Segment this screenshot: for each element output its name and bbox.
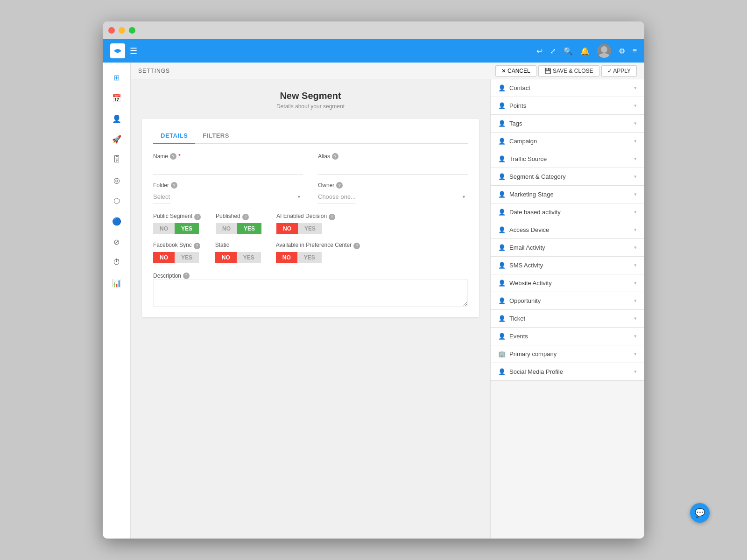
- public-segment-yes[interactable]: YES: [175, 223, 199, 234]
- maximize-button[interactable]: [129, 27, 135, 34]
- tabs: DETAILS FILTERS: [153, 128, 468, 144]
- sidebar-item-reports[interactable]: 📊: [106, 273, 127, 292]
- filter-points[interactable]: 👤 Points ▾: [491, 97, 644, 115]
- available-pref-toggle: NO YES: [276, 252, 360, 263]
- filter-traffic-source[interactable]: 👤 Traffic Source ▾: [491, 150, 644, 168]
- published-label-group: Published ?: [216, 213, 261, 221]
- tab-details[interactable]: DETAILS: [153, 128, 195, 144]
- filter-sms-activity[interactable]: 👤 SMS Activity ▾: [491, 257, 644, 274]
- alias-input[interactable]: [318, 161, 468, 175]
- ai-enabled-col: AI Enabled Decision ? NO YES: [276, 213, 335, 234]
- facebook-sync-no[interactable]: NO: [153, 252, 175, 263]
- menu-icon[interactable]: ≡: [633, 47, 637, 55]
- marketing-stage-chevron-icon: ▾: [634, 191, 637, 197]
- form-card: DETAILS FILTERS Name ? *: [142, 119, 479, 317]
- search-icon[interactable]: 🔍: [564, 47, 573, 56]
- filter-contact-label: Contact: [509, 84, 530, 91]
- static-yes[interactable]: YES: [237, 252, 261, 263]
- filter-website-activity[interactable]: 👤 Website Activity ▾: [491, 274, 644, 292]
- static-label: Static: [215, 242, 229, 248]
- filter-date-based-activity-label: Date based activity: [509, 209, 561, 216]
- published-no[interactable]: NO: [216, 223, 237, 234]
- filter-tags[interactable]: 👤 Tags ▾: [491, 115, 644, 133]
- name-required: *: [178, 153, 181, 160]
- public-segment-toggle: NO YES: [153, 223, 201, 234]
- ai-enabled-info-icon: ?: [329, 214, 335, 220]
- traffic-source-icon: 👤: [498, 155, 506, 162]
- svg-point-1: [599, 53, 610, 58]
- apply-button[interactable]: ✓ APPLY: [601, 65, 637, 77]
- filter-traffic-source-label: Traffic Source: [509, 155, 547, 162]
- save-close-button[interactable]: 💾 SAVE & CLOSE: [538, 65, 599, 77]
- sidebar-item-integrations[interactable]: ⬡: [106, 191, 127, 210]
- campaign-icon: 👤: [498, 138, 506, 145]
- filter-segment-category[interactable]: 👤 Segment & Category ▾: [491, 168, 644, 186]
- settings-icon[interactable]: ⚙: [619, 47, 625, 56]
- opportunity-icon: 👤: [498, 297, 506, 304]
- tab-filters[interactable]: FILTERS: [195, 128, 237, 144]
- filter-opportunity[interactable]: 👤 Opportunity ▾: [491, 292, 644, 310]
- static-no[interactable]: NO: [215, 252, 237, 263]
- main-content: SETTINGS ✕ CANCEL 💾 SAVE & CLOSE ✓ APPLY…: [131, 63, 644, 539]
- minimize-button[interactable]: [119, 27, 125, 34]
- segment-category-chevron-icon: ▾: [634, 174, 637, 180]
- ai-enabled-yes[interactable]: YES: [298, 223, 322, 234]
- filter-events[interactable]: 👤 Events ▾: [491, 328, 644, 345]
- public-segment-label: Public Segment: [153, 213, 192, 219]
- available-pref-yes[interactable]: YES: [297, 252, 322, 263]
- ai-enabled-no[interactable]: NO: [276, 223, 298, 234]
- filter-date-based-activity[interactable]: 👤 Date based activity ▾: [491, 203, 644, 221]
- public-segment-label-group: Public Segment ?: [153, 213, 201, 221]
- expand-icon[interactable]: ⤢: [550, 47, 556, 56]
- filter-contact[interactable]: 👤 Contact ▾: [491, 79, 644, 97]
- back-icon[interactable]: ↩: [536, 47, 543, 56]
- sidebar-item-analytics[interactable]: ◎: [106, 171, 127, 189]
- avatar[interactable]: [597, 44, 611, 58]
- folder-group: Folder ? Select: [153, 182, 303, 203]
- topbar-right: ↩ ⤢ 🔍 🔔 ⚙ ≡: [536, 44, 637, 58]
- primary-company-icon: 🏢: [498, 350, 506, 357]
- facebook-sync-yes[interactable]: YES: [175, 252, 199, 263]
- cancel-button[interactable]: ✕ CANCEL: [495, 65, 536, 77]
- app-window: ☰ ↩ ⤢ 🔍 🔔 ⚙ ≡ ⊞ 📅 👤 🚀 🗄 ◎ ⬡ 🔵 ⊘ ⏱ 📊: [103, 21, 644, 539]
- name-input[interactable]: [153, 161, 303, 175]
- owner-select-wrapper: Choose one...: [318, 190, 468, 203]
- access-device-chevron-icon: ▾: [634, 227, 637, 233]
- filter-ticket[interactable]: 👤 Ticket ▾: [491, 310, 644, 328]
- sidebar-item-segments[interactable]: 🗄: [106, 150, 127, 169]
- description-textarea[interactable]: [153, 279, 468, 307]
- sidebar-item-focus[interactable]: ⊘: [106, 232, 127, 251]
- events-icon: 👤: [498, 333, 506, 340]
- owner-select[interactable]: Choose one...: [318, 190, 356, 203]
- hamburger-icon[interactable]: ☰: [130, 46, 137, 56]
- filter-social-media[interactable]: 👤 Social Media Profile ▾: [491, 363, 644, 381]
- content-area: ⊞ 📅 👤 🚀 🗄 ◎ ⬡ 🔵 ⊘ ⏱ 📊 SETTINGS ✕ CANCEL …: [103, 63, 644, 539]
- sidebar: ⊞ 📅 👤 🚀 🗄 ◎ ⬡ 🔵 ⊘ ⏱ 📊: [103, 63, 131, 539]
- available-pref-no[interactable]: NO: [276, 252, 297, 263]
- folder-select[interactable]: Select: [153, 190, 170, 203]
- filter-primary-company[interactable]: 🏢 Primary company ▾: [491, 345, 644, 363]
- filter-campaign[interactable]: 👤 Campaign ▾: [491, 133, 644, 150]
- sidebar-item-contacts[interactable]: 👤: [106, 109, 127, 128]
- bell-icon[interactable]: 🔔: [580, 47, 590, 56]
- form-area: New Segment Details about your segment D…: [131, 79, 490, 539]
- sidebar-item-apps[interactable]: 🔵: [106, 212, 127, 231]
- website-activity-icon: 👤: [498, 280, 506, 287]
- published-yes[interactable]: YES: [237, 223, 261, 234]
- traffic-source-chevron-icon: ▾: [634, 156, 637, 162]
- chat-button[interactable]: 💬: [690, 503, 710, 523]
- filter-marketing-stage[interactable]: 👤 Marketing Stage ▾: [491, 186, 644, 203]
- public-segment-no[interactable]: NO: [153, 223, 175, 234]
- name-info-icon: ?: [170, 153, 176, 160]
- description-info-icon: ?: [183, 273, 190, 279]
- filter-access-device[interactable]: 👤 Access Device ▾: [491, 221, 644, 239]
- sidebar-item-dashboard[interactable]: ⊞: [106, 68, 127, 87]
- close-button[interactable]: [108, 27, 115, 34]
- sidebar-item-clock[interactable]: ⏱: [106, 253, 127, 272]
- available-pref-label: Available in Preference Center: [276, 242, 352, 248]
- email-activity-icon: 👤: [498, 244, 506, 251]
- sidebar-item-calendar[interactable]: 📅: [106, 89, 127, 107]
- website-activity-chevron-icon: ▾: [634, 280, 637, 286]
- filter-email-activity[interactable]: 👤 Email Activity ▾: [491, 239, 644, 257]
- sidebar-item-campaigns[interactable]: 🚀: [106, 130, 127, 148]
